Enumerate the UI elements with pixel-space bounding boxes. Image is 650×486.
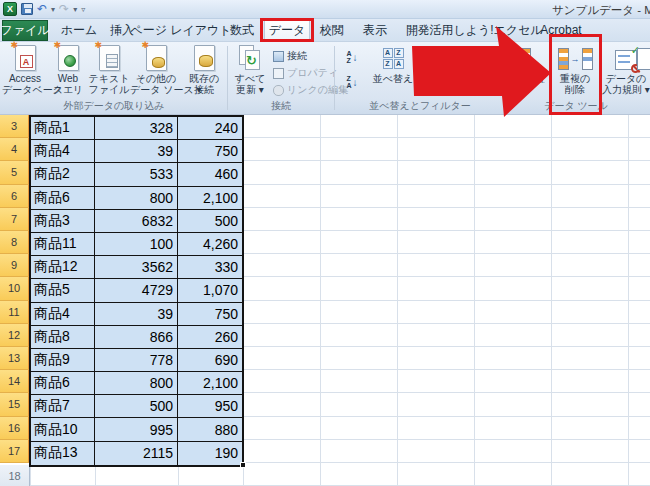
cell[interactable]: 商品11	[31, 233, 95, 255]
row-header[interactable]: 11	[0, 301, 30, 324]
cell[interactable]: 商品1	[31, 117, 95, 139]
row-header[interactable]: 4	[0, 138, 30, 161]
cell[interactable]: 商品4	[31, 140, 95, 162]
web-query-icon: ✱	[58, 45, 79, 71]
row-header[interactable]: 5	[0, 161, 30, 184]
cell[interactable]: 500	[95, 395, 178, 417]
edit-links-icon	[273, 85, 284, 96]
table-row: 商品36832500	[31, 210, 242, 233]
table-row: 商品9778690	[31, 349, 242, 372]
cell[interactable]: 商品5	[31, 279, 95, 301]
cell[interactable]: 4729	[95, 279, 178, 301]
row-header[interactable]: 15	[0, 393, 30, 416]
cell[interactable]: 2115	[95, 442, 178, 465]
cell[interactable]: 100	[95, 233, 178, 255]
cell[interactable]: 商品10	[31, 418, 95, 440]
tab-page-layout[interactable]: ページ レイアウト	[142, 19, 220, 41]
cell[interactable]: 商品2	[31, 163, 95, 185]
cell[interactable]: 2,100	[178, 372, 242, 394]
properties-button[interactable]: プロパティ	[273, 65, 335, 81]
undo-button[interactable]: ↶	[37, 3, 47, 15]
cell[interactable]: 750	[178, 303, 242, 325]
cell[interactable]: 995	[95, 418, 178, 440]
cell[interactable]: 330	[178, 256, 242, 278]
cell[interactable]: 商品8	[31, 326, 95, 348]
cell[interactable]: 3562	[95, 256, 178, 278]
cell[interactable]: 商品12	[31, 256, 95, 278]
cell[interactable]: 260	[178, 326, 242, 348]
cell[interactable]: 190	[178, 442, 242, 465]
cell[interactable]: 商品13	[31, 442, 95, 465]
cell[interactable]: 880	[178, 418, 242, 440]
row-header[interactable]: 16	[0, 417, 30, 440]
sort-button[interactable]: AZ ZA 並べ替え	[368, 43, 418, 103]
cell[interactable]: 533	[95, 163, 178, 185]
row-header[interactable]: 3	[0, 115, 30, 138]
redo-button[interactable]: ↷	[59, 3, 69, 15]
qat-customize-button[interactable]: ▿	[81, 5, 85, 14]
row-header[interactable]: 13	[0, 347, 30, 370]
redo-dropdown-icon[interactable]: ▾	[73, 5, 77, 14]
text-file-button[interactable]: ✱ テキスト ファイル	[88, 43, 130, 103]
cell[interactable]: 800	[95, 372, 178, 394]
cell[interactable]: 460	[178, 163, 242, 185]
cell[interactable]: 950	[178, 395, 242, 417]
row-header[interactable]: 6	[0, 185, 30, 208]
sort-desc-arrow-icon: ↓	[353, 77, 358, 88]
table-row: 商品10995880	[31, 418, 242, 441]
tab-formulas[interactable]: 数式	[220, 19, 264, 41]
tab-katsuyou-excel[interactable]: 活用しよう!エクセル	[440, 19, 532, 41]
cell[interactable]: 2,100	[178, 187, 242, 209]
undo-dropdown-icon[interactable]: ▾	[51, 5, 55, 14]
cell[interactable]: 240	[178, 117, 242, 139]
row-header[interactable]: 17	[0, 440, 30, 463]
fill-handle[interactable]	[240, 462, 246, 468]
cell[interactable]: 690	[178, 349, 242, 371]
cell[interactable]: 500	[178, 210, 242, 232]
cell[interactable]: 866	[95, 326, 178, 348]
consolidate-button-partial[interactable]	[637, 48, 650, 70]
row-header[interactable]: 8	[0, 231, 30, 254]
cell[interactable]: 328	[95, 117, 178, 139]
tab-file[interactable]: ファイル	[2, 20, 48, 41]
edit-links-button[interactable]: リンクの編集	[273, 82, 335, 98]
cell[interactable]: 商品4	[31, 303, 95, 325]
cell[interactable]: 39	[95, 303, 178, 325]
cell[interactable]: 39	[95, 140, 178, 162]
row-header[interactable]: 12	[0, 324, 30, 347]
cell[interactable]: 800	[95, 187, 178, 209]
refresh-all-button[interactable]: ↻ すべて 更新 ▾	[229, 43, 271, 103]
table-row: 商品123562330	[31, 256, 242, 279]
text-to-columns-button[interactable]: 区切り位置	[495, 43, 543, 103]
sort-ascending-button[interactable]: AZ ↓	[340, 47, 364, 67]
cell[interactable]: 商品9	[31, 349, 95, 371]
tab-home[interactable]: ホーム	[56, 19, 102, 41]
sort-descending-button[interactable]: ZA ↓	[340, 72, 364, 92]
tab-view[interactable]: 表示	[354, 19, 396, 41]
save-button[interactable]	[21, 3, 33, 15]
cell[interactable]: 1,070	[178, 279, 242, 301]
tab-review[interactable]: 校閲	[310, 19, 354, 41]
table-row: 商品439750	[31, 140, 242, 163]
row-header[interactable]: 7	[0, 208, 30, 231]
cell[interactable]: 商品6	[31, 187, 95, 209]
other-data-sources-button[interactable]: ✱ その他の データ ソース ▾	[130, 43, 182, 103]
cell[interactable]: 商品3	[31, 210, 95, 232]
existing-connections-button[interactable]: 既存の 接続	[182, 43, 226, 103]
access-database-button[interactable]: ✱A Access データベース	[2, 43, 48, 103]
row-header[interactable]: 14	[0, 370, 30, 393]
cell[interactable]: 6832	[95, 210, 178, 232]
text-to-columns-icon	[507, 48, 531, 70]
sheet[interactable]: 3456789101112131415161718 商品1328240商品439…	[0, 115, 650, 486]
connections-button[interactable]: 接続	[273, 48, 335, 64]
cell[interactable]: 778	[95, 349, 178, 371]
cell[interactable]: 750	[178, 140, 242, 162]
cell[interactable]: 商品6	[31, 372, 95, 394]
row-header[interactable]: 10	[0, 277, 30, 300]
row-header[interactable]: 18	[0, 465, 30, 486]
cell[interactable]: 商品7	[31, 395, 95, 417]
web-query-button[interactable]: ✱ Web クエリ	[48, 43, 88, 103]
cell[interactable]: 4,260	[178, 233, 242, 255]
row-header[interactable]: 9	[0, 254, 30, 277]
filter-button[interactable]: フィルター	[420, 43, 466, 103]
